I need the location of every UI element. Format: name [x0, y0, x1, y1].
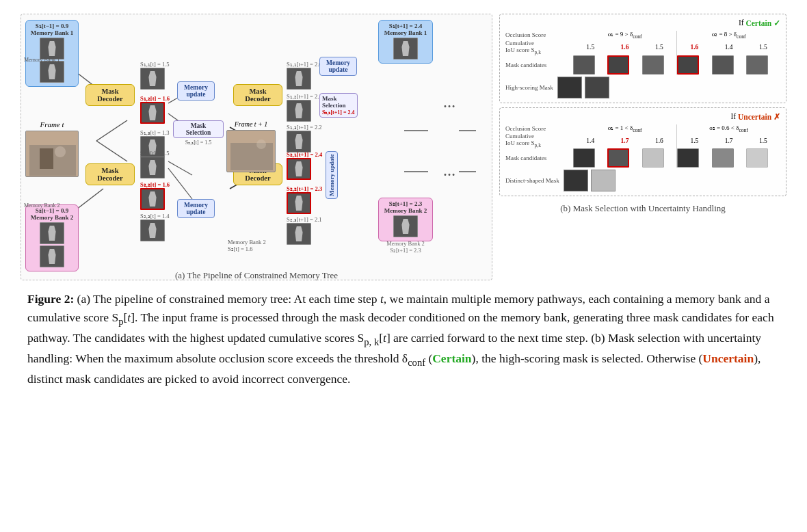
masks-t2-bot-group: S₂,₃[t] = 1.4: [140, 213, 170, 241]
masks-t2-mid-group: S₂,₂[t] = 1.6: [140, 181, 170, 210]
certain-section: If Certain ✓ Occlusion Score o₁ = 9 > δc…: [499, 14, 786, 103]
s11-t1-label: S₁,₁[t+1] = 2.0: [287, 61, 322, 68]
frame-t1-label: Frame t + 1: [226, 120, 276, 172]
memory-bank-1-t1: S₁[t+1] = 2.4 Memory Bank 1: [378, 20, 433, 64]
mask-1-1-t: [140, 68, 165, 90]
masks-t1-2-top: S₂,₁[t+1] = 2.4: [287, 151, 322, 180]
masks-t1-bot: S₁,₃[t+1] = 2.2: [287, 124, 322, 152]
mem-bank1-label: Memory Bank 1: [29, 29, 75, 36]
mask-decoder-1-t: Mask Decoder: [85, 84, 135, 106]
s23-t1-label: S₂,₃[t+1] = 2.1: [287, 216, 322, 223]
high-mask-1: [557, 77, 582, 98]
frame-t-image: [25, 131, 79, 177]
s11-label: S₁,₁[t] = 1.5: [140, 61, 170, 68]
svg-point-17: [55, 146, 66, 157]
diagram-area: S₁[t−1] = 0.9 Memory Bank 1 Frame t S₂[t…: [21, 14, 786, 280]
mb2-t1-bottom-label: Memory Bank 2 S₂[t+1] = 2.3: [375, 240, 436, 254]
candidates-label-u: Mask candidates: [505, 148, 573, 168]
distinct-mask-2: [591, 170, 616, 191]
masks-t1-top: S₁,₁[t+1] = 2.0: [287, 61, 322, 90]
mask-2-2-t1: [287, 192, 311, 214]
u-score-3: 1.6: [642, 133, 677, 148]
mem-bank2-t1-label: Memory Bank 2: [382, 207, 429, 214]
s2-mem-label: Memory Bank 2: [24, 202, 59, 209]
c-score-4: 1.6: [677, 40, 712, 55]
uncertain-word: Uncertain: [702, 351, 754, 365]
mem-update-2: Memoryupdate: [177, 199, 215, 218]
certain-word: Certain: [432, 351, 471, 365]
pipeline-diagram: S₁[t−1] = 0.9 Memory Bank 1 Frame t S₂[t…: [21, 14, 492, 280]
mask-decoder-1-t1: Mask Decoder: [233, 84, 282, 106]
mem-bank1-t1-label: Memory Bank 1: [382, 29, 429, 36]
s2-t1-score: S₂[t+1] = 2.3: [382, 200, 429, 207]
decoder2-label: Mask Decoder: [88, 167, 133, 182]
s1-t1-score: S₁[t+1] = 2.4: [382, 23, 429, 29]
svg-line-7: [168, 168, 192, 199]
distinct-label: Distinct-shaped Mask: [505, 177, 559, 184]
s12-t1-label: S₁,₂[t+1] = 2.1: [287, 93, 322, 100]
mem-bank2-label: Memory Bank 2: [29, 214, 75, 221]
frame-t-label: Frame t: [25, 120, 79, 177]
figure-number: Figure 2:: [27, 292, 74, 306]
mask-1-3-t1: [287, 131, 311, 152]
s12-label: S₁,₂[t] = 1.6: [140, 95, 170, 102]
caption-text-2: ), the high-scoring mask is selected. Ot…: [472, 351, 703, 365]
s21-label: S₂,₁[t] = 1.5: [140, 150, 170, 157]
memory-bank-1-top: S₁[t−1] = 0.9 Memory Bank 1: [25, 20, 79, 87]
masks-t-top-group: S₁,₁[t] = 1.5: [140, 61, 170, 90]
mask-decoder-2-t: Mask Decoder: [85, 163, 135, 185]
u-score-2: 1.7: [607, 133, 641, 148]
right-diagram-label: (b) Mask Selection with Uncertainty Hand…: [499, 203, 786, 214]
s22-label: S₂,₂[t] = 1.6: [140, 181, 170, 188]
s2-t-bottom: Memory Bank 2S₂[t] = 1.6: [228, 239, 266, 252]
mask-selection-2-top: MaskSelectionS₂,₁[t+1] = 2.4: [319, 93, 358, 118]
mem2-thumb: [40, 222, 64, 244]
s1-mem-label: Memory Bank 1: [24, 57, 59, 63]
sel-score-label: S₂,₁[t] = 1.5: [173, 139, 224, 146]
mem-update-1: Memoryupdate: [177, 81, 215, 101]
mask-1-1-t1: [287, 68, 311, 90]
mask-2-3-t1: [287, 223, 311, 245]
svg-rect-16: [40, 148, 53, 169]
o1-uncertain: o₁ = 1 < δconf: [573, 124, 676, 133]
o2-uncertain: o₂ = 0.6 < δconf: [677, 124, 780, 133]
uncertain-section: If Uncertain ✗ Occlusion Score o₁ = 1 < …: [499, 107, 786, 197]
masks-t2-top-group: S₂,₁[t] = 1.5: [140, 150, 170, 178]
mask-selection-top: MaskSelection S₂,₁[t] = 1.5: [173, 120, 224, 146]
u-score-6: 1.5: [746, 133, 780, 148]
u-score-1: 1.4: [573, 133, 607, 148]
pipeline-canvas: S₁[t−1] = 0.9 Memory Bank 1 Frame t S₂[t…: [21, 14, 493, 267]
mask-2-1-t1: [287, 158, 311, 180]
c-score-5: 1.4: [712, 40, 746, 55]
mask-2-2-t: [140, 188, 165, 210]
mem1-thumb2: [40, 61, 64, 83]
certain-title: Certain ✓: [745, 18, 780, 28]
u-score-5: 1.7: [712, 133, 746, 148]
c-score-2: 1.6: [607, 40, 641, 55]
u-score-4: 1.5: [677, 133, 712, 148]
c-score-6: 1.5: [746, 40, 780, 55]
pipeline-label: (a) The Pipeline of Constrained Memory T…: [21, 270, 492, 281]
memory-bank-2-t1: S₂[t+1] = 2.3 Memory Bank 2: [378, 198, 433, 241]
c-score-3: 1.5: [642, 40, 677, 55]
decoder3-label: Mask Decoder: [235, 88, 280, 103]
mask-1-2-t: [140, 102, 165, 124]
frame-t1-image: [226, 130, 276, 172]
ellipsis-top: …: [443, 96, 455, 111]
o2-certain: o₂ = 8 > δconf: [677, 31, 780, 40]
s23-label: S₂,₃[t] = 1.4: [140, 213, 170, 220]
masks-t1-2-mid: S₂,₂[t+1] = 2.3: [287, 185, 322, 214]
svg-line-2: [96, 120, 127, 141]
occlusion-label-u: Occlusion Score: [505, 124, 573, 133]
masks-t1-2-bot: S₂,₃[t+1] = 2.1: [287, 216, 322, 245]
svg-point-20: [256, 139, 266, 149]
s1-score-label: S₁[t−1] = 0.9: [29, 23, 75, 29]
s22-t1-label: S₂,₂[t+1] = 2.3: [287, 185, 322, 192]
right-panel: If Certain ✓ Occlusion Score o₁ = 9 > δc…: [492, 14, 786, 280]
page: S₁[t−1] = 0.9 Memory Bank 1 Frame t S₂[t…: [0, 0, 807, 532]
iou-label-c: CumulativeIoU score Sp,k: [505, 40, 573, 55]
mask-2-1-t: [140, 157, 165, 178]
mem-update-r1: Memoryupdate: [319, 57, 357, 76]
candidates-label-c: Mask candidates: [505, 55, 573, 75]
figure-caption: Figure 2: (a) The pipeline of constraine…: [21, 290, 786, 389]
